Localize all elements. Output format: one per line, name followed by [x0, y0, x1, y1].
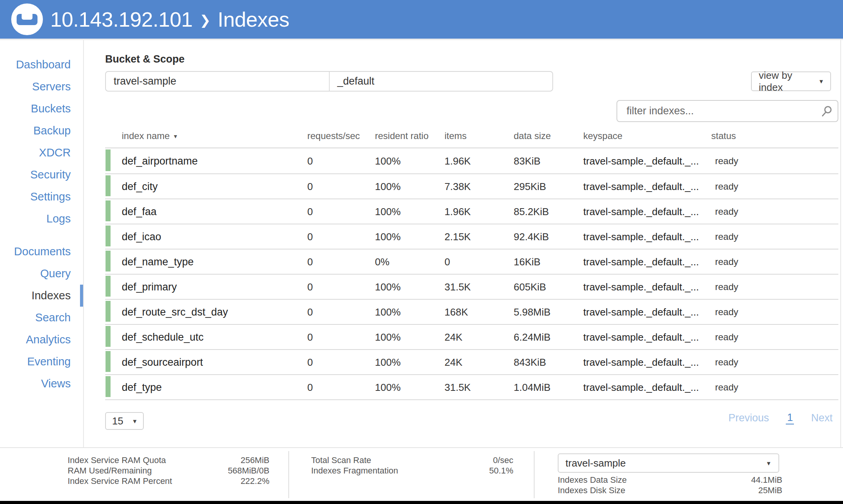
content-right-border — [840, 40, 841, 501]
current-page-button[interactable]: 1 — [786, 412, 794, 424]
cell-resident-ratio: 100% — [375, 356, 401, 368]
cell-status: ready — [715, 206, 738, 217]
cell-resident-ratio: 100% — [375, 281, 401, 293]
sidebar-item-backup[interactable]: Backup — [0, 120, 83, 142]
table-header-row: index name▼ requests/sec resident ratio … — [105, 124, 838, 148]
sidebar-item-servers[interactable]: Servers — [0, 76, 83, 98]
page-size-select[interactable]: 15 ▼ — [105, 412, 144, 430]
cell-data-size: 92.4KiB — [514, 231, 549, 243]
stat-value: 222.2% — [240, 476, 269, 486]
cell-items: 7.38K — [444, 180, 471, 192]
chevron-down-icon: ▼ — [766, 460, 771, 467]
table-row[interactable]: def_type 0 100% 31.5K 1.04MiB travel-sam… — [105, 374, 838, 399]
sidebar-item-settings[interactable]: Settings — [0, 186, 83, 208]
cell-data-size: 16KiB — [514, 256, 540, 268]
stats-footer: Index Service RAM Quota256MiB RAM Used/R… — [0, 447, 843, 502]
sidebar-item-analytics[interactable]: Analytics — [0, 329, 83, 351]
table-row[interactable]: def_city 0 100% 7.38K 295KiB travel-samp… — [105, 173, 838, 199]
stat-label: Indexes Data Size — [558, 475, 627, 485]
cell-status: ready — [715, 382, 738, 393]
cell-index-name: def_faa — [122, 205, 157, 217]
cell-items: 24K — [444, 331, 462, 343]
page-size-value: 15 — [112, 415, 123, 427]
index-health-bar — [106, 351, 111, 372]
indexes-table: index name▼ requests/sec resident ratio … — [105, 124, 838, 400]
sidebar-item-eventing[interactable]: Eventing — [0, 351, 83, 373]
sidebar-item-dashboard[interactable]: Dashboard — [0, 54, 83, 76]
cell-index-name: def_type — [122, 381, 162, 393]
index-health-bar — [106, 276, 111, 297]
footer-bucket-select[interactable]: travel-sample ▼ — [558, 453, 779, 473]
cell-items: 0 — [444, 256, 450, 268]
stat-label: Indexes Disk Size — [558, 485, 625, 496]
table-row[interactable]: def_airportname 0 100% 1.96K 83KiB trave… — [105, 148, 838, 173]
cell-keyspace: travel-sample._default._... — [583, 155, 699, 167]
table-row[interactable]: def_faa 0 100% 1.96K 85.2KiB travel-samp… — [105, 199, 838, 224]
sidebar-item-query[interactable]: Query — [0, 263, 83, 285]
scope-select[interactable]: _default — [329, 72, 553, 91]
sidebar-item-buckets[interactable]: Buckets — [0, 98, 83, 120]
cell-index-name: def_route_src_dst_day — [122, 306, 228, 318]
view-by-index-label: view by index — [759, 70, 818, 93]
cell-status: ready — [715, 256, 738, 267]
chevron-down-icon: ▼ — [132, 418, 138, 424]
bucket-scope-label: Bucket & Scope — [105, 53, 185, 65]
cell-resident-ratio: 100% — [375, 180, 401, 192]
ram-stats: Index Service RAM Quota256MiB RAM Used/R… — [68, 455, 269, 486]
cell-resident-ratio: 100% — [375, 331, 401, 343]
cell-keyspace: travel-sample._default._... — [583, 306, 699, 318]
cell-data-size: 83KiB — [514, 155, 540, 167]
view-by-index-dropdown[interactable]: view by index ▼ — [751, 71, 831, 91]
couchbase-console: 10.143.192.101 ❯ Indexes DashboardServer… — [0, 0, 843, 504]
table-row[interactable]: def_sourceairport 0 100% 24K 843KiB trav… — [105, 349, 838, 374]
sidebar-item-logs[interactable]: Logs — [0, 208, 83, 230]
index-health-bar — [106, 200, 111, 221]
sidebar-item-indexes[interactable]: Indexes — [0, 285, 83, 307]
cell-status: ready — [715, 357, 738, 368]
cell-resident-ratio: 100% — [375, 306, 401, 318]
sidebar-item-xdcr[interactable]: XDCR — [0, 142, 83, 164]
cell-status: ready — [715, 307, 738, 317]
table-row[interactable]: def_primary 0 100% 31.5K 605KiB travel-s… — [105, 274, 838, 299]
cell-index-name: def_schedule_utc — [122, 331, 204, 343]
table-row[interactable]: def_route_src_dst_day 0 100% 168K 5.98Mi… — [105, 299, 838, 324]
cell-keyspace: travel-sample._default._... — [583, 205, 699, 217]
sidebar-item-documents[interactable]: Documents — [0, 241, 83, 263]
stat-label: Total Scan Rate — [311, 455, 371, 465]
cell-items: 2.15K — [444, 231, 471, 243]
cell-index-name: def_name_type — [122, 256, 194, 268]
column-header-index-name[interactable]: index name▼ — [122, 131, 178, 141]
column-header-items: items — [444, 131, 467, 141]
cell-requests-sec: 0 — [307, 356, 313, 368]
table-row[interactable]: def_icao 0 100% 2.15K 92.4KiB travel-sam… — [105, 224, 838, 249]
cell-status: ready — [715, 231, 738, 242]
search-icon — [821, 105, 833, 117]
stat-value: 0/sec — [493, 455, 513, 465]
table-row[interactable]: def_schedule_utc 0 100% 24K 6.24MiB trav… — [105, 324, 838, 349]
cell-index-name: def_sourceairport — [122, 356, 203, 368]
cell-data-size: 605KiB — [514, 281, 546, 293]
index-size-stats: Indexes Data Size44.1MiB Indexes Disk Si… — [558, 475, 782, 496]
cell-requests-sec: 0 — [307, 256, 313, 268]
sidebar-item-views[interactable]: Views — [0, 373, 83, 395]
index-health-bar — [106, 251, 111, 272]
bucket-select[interactable]: travel-sample — [106, 72, 329, 91]
app-header: 10.143.192.101 ❯ Indexes — [0, 0, 843, 40]
cell-items: 31.5K — [444, 281, 471, 293]
footer-divider — [288, 451, 289, 498]
stat-value: 50.1% — [489, 465, 513, 476]
cell-requests-sec: 0 — [307, 205, 313, 217]
cell-requests-sec: 0 — [307, 155, 313, 167]
sidebar-item-search[interactable]: Search — [0, 307, 83, 329]
filter-indexes-input[interactable] — [616, 100, 838, 122]
next-page-button[interactable]: Next — [811, 412, 833, 424]
sidebar-item-security[interactable]: Security — [0, 164, 83, 186]
column-header-keyspace: keyspace — [583, 131, 622, 141]
cell-data-size: 5.98MiB — [514, 306, 550, 318]
table-row[interactable]: def_name_type 0 0% 0 16KiB travel-sample… — [105, 249, 838, 274]
cell-keyspace: travel-sample._default._... — [583, 180, 699, 192]
column-header-data-size: data size — [514, 131, 551, 141]
stat-label: Index Service RAM Percent — [68, 476, 172, 486]
cell-status: ready — [715, 156, 738, 166]
previous-page-button[interactable]: Previous — [728, 412, 769, 424]
